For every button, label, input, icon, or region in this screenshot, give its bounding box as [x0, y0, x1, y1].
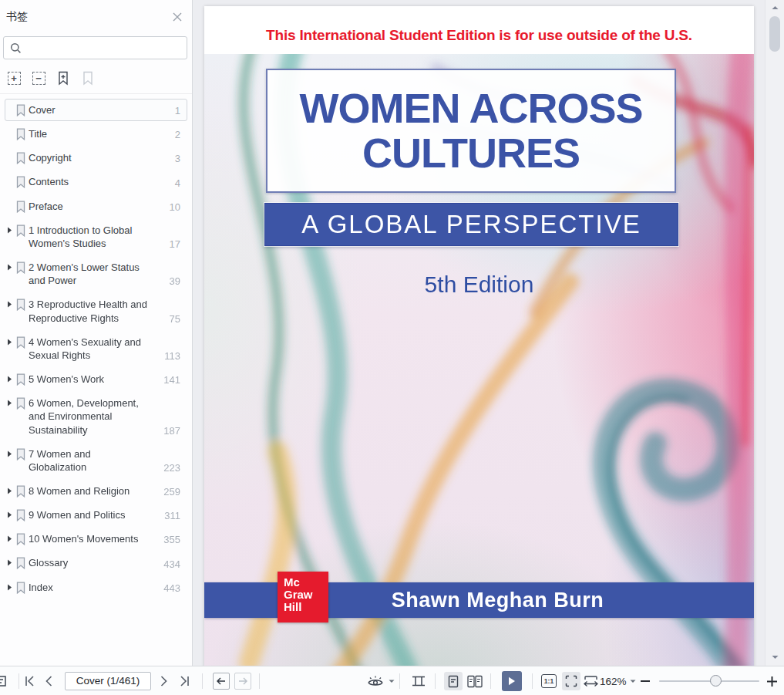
bookmark-item[interactable]: Glossary 434 — [5, 552, 187, 574]
bookmark-page-number: 39 — [170, 275, 180, 287]
bookmark-label: 4 Women's Sexuality and Sexual Rights — [29, 336, 147, 362]
vertical-scrollbar[interactable] — [765, 0, 784, 666]
bookmark-label: 8 Women and Religion — [29, 484, 147, 498]
bookmark-page-number: 355 — [163, 534, 180, 545]
bookmark-icon — [15, 224, 29, 237]
expander-icon[interactable] — [7, 298, 15, 308]
expander-icon[interactable] — [7, 532, 15, 542]
expander-icon[interactable] — [7, 224, 15, 234]
previous-page-icon — [45, 676, 52, 687]
page-indicator-field[interactable]: Cover (1/461) — [65, 672, 151, 690]
expander-icon[interactable] — [7, 484, 15, 494]
bookmark-item[interactable]: 5 Women's Work 141 — [5, 368, 187, 390]
bookmark-page-number: 311 — [164, 510, 180, 521]
scroll-down-icon[interactable] — [765, 652, 784, 663]
forward-button[interactable] — [234, 673, 251, 690]
bookmark-page-number: 75 — [170, 313, 180, 325]
zoom-in-button[interactable] — [766, 666, 778, 695]
scrollbar-thumb[interactable] — [769, 16, 780, 52]
book-title-panel: WOMEN ACROSS CULTURES — [266, 69, 676, 193]
play-icon — [508, 676, 516, 686]
expander-icon[interactable] — [7, 373, 15, 383]
single-page-view-button[interactable] — [444, 672, 463, 690]
bookmark-icon — [15, 200, 29, 213]
bookmark-label: 7 Women and Globalization — [29, 447, 147, 474]
bookmark-item[interactable]: 4 Women's Sexuality and Sexual Rights 11… — [5, 331, 187, 366]
bookmark-item[interactable]: 7 Women and Globalization 223 — [5, 443, 187, 478]
bookmark-item[interactable]: Copyright 3 — [5, 147, 187, 169]
next-page-button[interactable] — [160, 666, 168, 695]
expander-icon[interactable] — [7, 581, 15, 591]
fit-width-button[interactable] — [584, 666, 598, 695]
bookmark-page-number: 223 — [163, 462, 180, 474]
previous-page-button[interactable] — [45, 666, 52, 695]
bookmarks-panel: 书签 + − — [0, 0, 193, 666]
zoom-level-dropdown[interactable]: 162% — [600, 666, 636, 695]
bookmark-page-number: 434 — [163, 558, 180, 570]
clipped-tool-icon[interactable] — [0, 666, 8, 695]
zoom-slider-knob[interactable] — [710, 675, 722, 687]
bookmark-search[interactable] — [3, 36, 187, 59]
bookmark-label: 6 Women, Development, and Environmental … — [29, 396, 147, 436]
expander-icon[interactable] — [7, 556, 15, 566]
expander-icon[interactable] — [7, 261, 15, 271]
bookmark-label: 3 Reproductive Health and Reproductive R… — [29, 298, 147, 324]
bookmark-item[interactable]: 10 Women's Movements 355 — [5, 528, 187, 550]
expander-icon[interactable] — [7, 508, 15, 518]
logo-line: Hill — [284, 601, 328, 613]
bookmark-label: Preface — [29, 200, 147, 213]
view-mode-button[interactable] — [367, 666, 395, 695]
first-page-button[interactable] — [23, 666, 35, 695]
bookmark-label: 10 Women's Movements — [29, 532, 147, 545]
logo-line: Mc — [284, 576, 328, 589]
bookmark-item[interactable]: 8 Women and Religion 259 — [5, 480, 187, 502]
actual-size-button[interactable]: 1:1 — [541, 666, 557, 695]
add-bookmark-button[interactable] — [56, 70, 71, 86]
bottom-toolbar: Cover (1/461) — [0, 666, 784, 695]
zoom-slider-track[interactable] — [659, 680, 759, 682]
bookmark-item[interactable]: 9 Women and Politics 311 — [5, 504, 187, 526]
fit-page-button[interactable] — [562, 672, 580, 690]
bookmark-list: Cover 1 Title 2 Copyright 3 — [0, 94, 192, 599]
author-name: Shawn Meghan Burn — [392, 589, 604, 612]
bookmark-item[interactable]: 6 Women, Development, and Environmental … — [5, 392, 187, 440]
facing-pages-icon — [467, 675, 483, 688]
bookmark-item[interactable]: Cover 1 — [5, 99, 187, 121]
bookmark-item[interactable]: Preface 10 — [5, 195, 187, 218]
last-page-button[interactable] — [179, 666, 191, 695]
expander-icon[interactable] — [7, 336, 15, 346]
expand-all-button[interactable]: + — [6, 70, 22, 86]
bookmark-item[interactable]: 3 Reproductive Health and Reproductive R… — [5, 293, 187, 329]
bookmark-label: 5 Women's Work — [29, 373, 147, 386]
fit-page-icon — [565, 675, 577, 687]
bookmark-page-number: 17 — [170, 238, 180, 250]
bookmark-icon — [15, 175, 29, 188]
facing-pages-view-button[interactable] — [467, 666, 483, 695]
bookmark-label: Cover — [29, 103, 147, 116]
logo-line: Graw — [284, 589, 328, 601]
scroll-up-icon[interactable] — [765, 2, 784, 13]
bookmark-item[interactable]: Title 2 — [5, 123, 187, 145]
continuous-scroll-button[interactable] — [412, 666, 426, 695]
back-button[interactable] — [213, 673, 230, 690]
book-title: WOMEN ACROSS CULTURES — [286, 86, 656, 174]
next-page-icon — [160, 676, 168, 687]
presentation-mode-button[interactable] — [502, 671, 522, 691]
bookmark-item[interactable]: 2 Women's Lower Status and Power 39 — [5, 256, 187, 292]
collapse-all-button[interactable]: − — [31, 70, 46, 86]
first-page-icon — [23, 676, 35, 687]
zoom-out-button[interactable] — [640, 666, 651, 695]
close-panel-icon[interactable] — [172, 12, 183, 22]
collapse-all-icon: − — [32, 72, 45, 85]
bookmark-icon — [15, 556, 29, 569]
search-input[interactable] — [26, 42, 180, 54]
bookmark-item[interactable]: 1 Introduction to Global Women's Studies… — [5, 219, 187, 255]
bookmark-page-number: 2 — [175, 129, 180, 140]
expander-icon[interactable] — [7, 396, 15, 407]
expand-all-icon: + — [8, 72, 21, 85]
bookmark-item[interactable]: Contents 4 — [5, 170, 187, 193]
bookmark-item[interactable]: Index 443 — [5, 576, 187, 599]
pdf-page-cover: This International Student Edition is fo… — [204, 6, 754, 666]
expander-icon[interactable] — [7, 447, 15, 457]
chevron-down-icon — [389, 680, 395, 683]
